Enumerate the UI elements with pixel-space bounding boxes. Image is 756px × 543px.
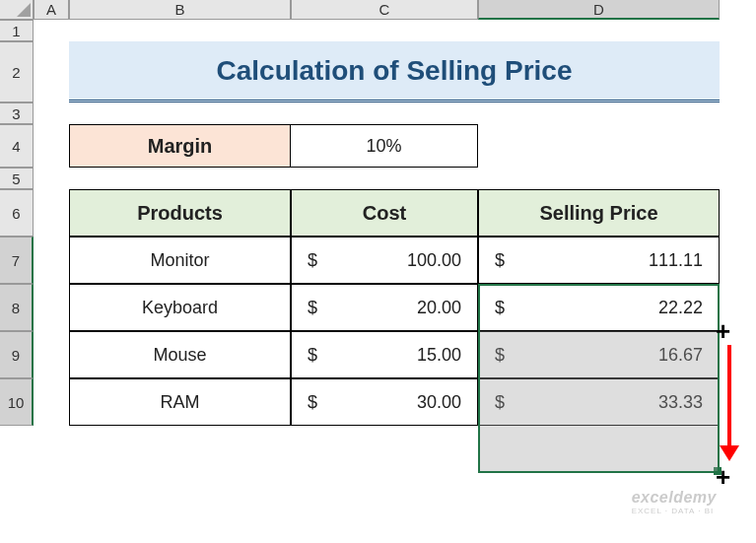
cell-D1[interactable] <box>478 20 720 41</box>
row-header-1[interactable]: 1 <box>0 20 34 41</box>
col-header-C[interactable]: C <box>291 0 478 20</box>
cell-C1[interactable] <box>291 20 478 41</box>
watermark: exceldemy EXCEL · DATA · BI <box>632 489 717 515</box>
cell-A4[interactable] <box>34 124 69 168</box>
cell-price-0[interactable]: $111.11 <box>478 237 720 284</box>
cell-A9[interactable] <box>34 331 69 378</box>
cell-cost-3[interactable]: $30.00 <box>291 378 478 426</box>
row-header-8[interactable]: 8 <box>0 284 34 331</box>
cell-B1[interactable] <box>69 20 291 41</box>
select-all-corner[interactable] <box>0 0 34 20</box>
price-value-3: 33.33 <box>658 392 707 413</box>
currency-symbol: $ <box>304 345 317 366</box>
th-products[interactable]: Products <box>69 189 291 237</box>
plus-cursor-icon: + <box>716 464 730 490</box>
currency-symbol: $ <box>491 392 505 413</box>
cell-A7[interactable] <box>34 237 69 284</box>
cost-value-1: 20.00 <box>417 298 465 318</box>
currency-symbol: $ <box>304 298 317 318</box>
spreadsheet-grid: A B C D 1 2 Calculation of Selling Price… <box>0 0 756 426</box>
price-value-2: 16.67 <box>658 345 707 366</box>
row-header-5[interactable]: 5 <box>0 168 34 189</box>
currency-symbol: $ <box>304 392 317 413</box>
cell-A3[interactable] <box>34 102 69 124</box>
cost-value-2: 15.00 <box>417 345 465 366</box>
row-header-3[interactable]: 3 <box>0 102 34 124</box>
watermark-line2: EXCEL · DATA · BI <box>632 507 717 515</box>
cell-D5[interactable] <box>478 168 720 189</box>
col-header-A[interactable]: A <box>34 0 69 20</box>
cell-cost-0[interactable]: $100.00 <box>291 237 478 284</box>
cost-value-0: 100.00 <box>407 250 465 271</box>
row-header-7[interactable]: 7 <box>0 237 34 284</box>
row-header-2[interactable]: 2 <box>0 41 34 102</box>
margin-value[interactable]: 10% <box>291 124 478 168</box>
col-header-D[interactable]: D <box>478 0 720 20</box>
page-title[interactable]: Calculation of Selling Price <box>69 41 720 102</box>
cell-product-3[interactable]: RAM <box>69 378 291 426</box>
th-selling-price[interactable]: Selling Price <box>478 189 720 237</box>
cell-A5[interactable] <box>34 168 69 189</box>
cell-cost-2[interactable]: $15.00 <box>291 331 478 378</box>
cell-product-2[interactable]: Mouse <box>69 331 291 378</box>
cell-C3[interactable] <box>291 102 478 124</box>
col-header-B[interactable]: B <box>69 0 291 20</box>
th-cost[interactable]: Cost <box>291 189 478 237</box>
row-header-10[interactable]: 10 <box>0 378 34 426</box>
price-value-0: 111.11 <box>649 250 707 271</box>
watermark-line1: exceldemy <box>632 489 717 507</box>
price-value-1: 22.22 <box>658 298 707 318</box>
cell-product-0[interactable]: Monitor <box>69 237 291 284</box>
cell-price-2[interactable]: $16.67 <box>478 331 720 378</box>
row-header-6[interactable]: 6 <box>0 189 34 237</box>
cell-C5[interactable] <box>291 168 478 189</box>
cell-A8[interactable] <box>34 284 69 331</box>
cell-D3[interactable] <box>478 102 720 124</box>
currency-symbol: $ <box>491 298 505 318</box>
cell-cost-1[interactable]: $20.00 <box>291 284 478 331</box>
row-header-9[interactable]: 9 <box>0 331 34 378</box>
currency-symbol: $ <box>491 345 505 366</box>
cell-B3[interactable] <box>69 102 291 124</box>
cell-A2[interactable] <box>34 41 69 102</box>
cell-A10[interactable] <box>34 378 69 426</box>
cell-price-1[interactable]: $22.22 <box>478 284 720 331</box>
row-header-4[interactable]: 4 <box>0 124 34 168</box>
currency-symbol: $ <box>491 250 505 271</box>
currency-symbol: $ <box>304 250 317 271</box>
margin-label[interactable]: Margin <box>69 124 291 168</box>
plus-cursor-icon: + <box>716 318 730 344</box>
cell-B5[interactable] <box>69 168 291 189</box>
cell-D4[interactable] <box>478 124 720 168</box>
cell-A1[interactable] <box>34 20 69 41</box>
cost-value-3: 30.00 <box>417 392 465 413</box>
cell-price-3[interactable]: $33.33 <box>478 378 720 426</box>
cell-product-1[interactable]: Keyboard <box>69 284 291 331</box>
cell-A6[interactable] <box>34 189 69 237</box>
